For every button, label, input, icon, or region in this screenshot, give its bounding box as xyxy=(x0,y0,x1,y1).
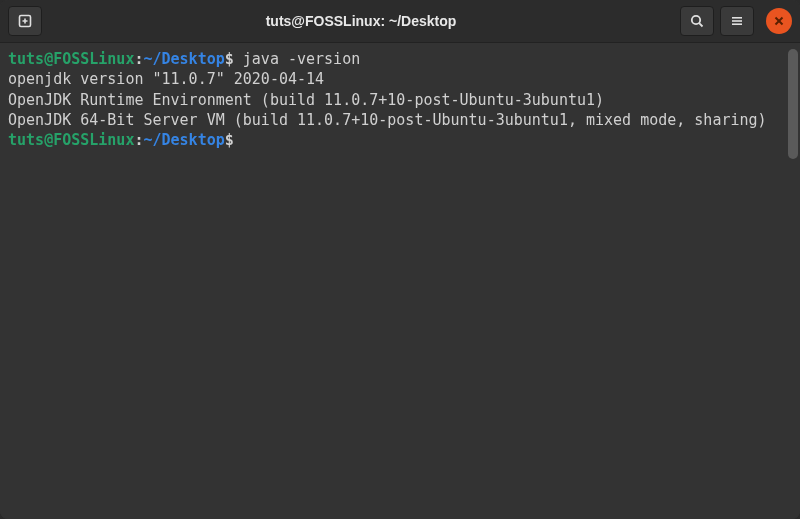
window-title: tuts@FOSSLinux: ~/Desktop xyxy=(50,13,672,29)
search-button[interactable] xyxy=(680,6,714,36)
prompt-user: tuts xyxy=(8,50,44,68)
prompt-user: tuts xyxy=(8,131,44,149)
svg-line-4 xyxy=(699,23,702,26)
prompt-path: ~/Desktop xyxy=(143,131,224,149)
prompt-at: @ xyxy=(44,50,53,68)
terminal-body[interactable]: tuts@FOSSLinux:~/Desktop$ java -versiono… xyxy=(0,42,800,519)
svg-rect-7 xyxy=(732,23,742,25)
scrollbar-thumb[interactable] xyxy=(788,49,798,159)
output-line: openjdk version "11.0.7" 2020-04-14 xyxy=(8,69,792,89)
titlebar-right-controls xyxy=(680,6,792,36)
prompt-line-1: tuts@FOSSLinux:~/Desktop$ java -version xyxy=(8,49,792,69)
prompt-dollar: $ xyxy=(225,131,234,149)
prompt-line-2: tuts@FOSSLinux:~/Desktop$ xyxy=(8,130,792,150)
command-text: java -version xyxy=(243,50,360,68)
menu-button[interactable] xyxy=(720,6,754,36)
prompt-path: ~/Desktop xyxy=(143,50,224,68)
svg-rect-5 xyxy=(732,17,742,19)
prompt-dollar: $ xyxy=(225,50,234,68)
close-button[interactable] xyxy=(766,8,792,34)
svg-rect-6 xyxy=(732,20,742,22)
new-tab-button[interactable] xyxy=(8,6,42,36)
svg-point-3 xyxy=(692,16,700,24)
titlebar: tuts@FOSSLinux: ~/Desktop xyxy=(0,0,800,42)
output-line: OpenJDK 64-Bit Server VM (build 11.0.7+1… xyxy=(8,110,792,130)
prompt-host: FOSSLinux xyxy=(53,50,134,68)
prompt-at: @ xyxy=(44,131,53,149)
output-line: OpenJDK Runtime Environment (build 11.0.… xyxy=(8,90,792,110)
terminal-window: tuts@FOSSLinux: ~/Desktop xyxy=(0,0,800,519)
prompt-host: FOSSLinux xyxy=(53,131,134,149)
